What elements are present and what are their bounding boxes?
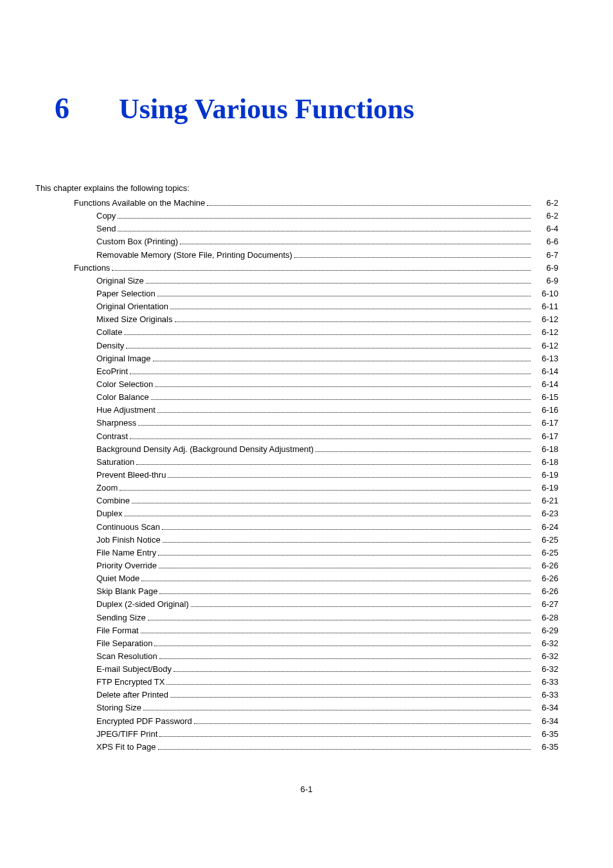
toc-entry[interactable]: Combine6-21 [55,494,558,507]
toc-entry-label: Job Finish Notice [96,534,161,547]
toc-entry[interactable]: E-mail Subject/Body6-32 [55,663,558,676]
toc-entry-page: 6-15 [533,391,558,404]
toc-entry-label: Sending Size [96,611,146,624]
toc-entry[interactable]: Background Density Adj. (Background Dens… [55,443,558,456]
document-page: 6 Using Various Functions This chapter e… [0,0,613,833]
toc-entry-page: 6-24 [533,521,558,534]
toc-entry[interactable]: Color Selection6-14 [55,378,558,391]
toc-entry-page: 6-9 [533,275,558,287]
toc-entry-label: File Format [96,624,139,637]
toc-entry[interactable]: Original Image6-13 [55,352,558,365]
toc-entry[interactable]: Contrast6-17 [55,430,558,443]
toc-leader-dots [154,646,531,646]
toc-entry-label: Prevent Bleed-thru [96,469,166,482]
toc-entry-page: 6-21 [533,494,558,507]
toc-entry[interactable]: Prevent Bleed-thru6-19 [55,469,558,482]
toc-entry[interactable]: XPS Fit to Page6-35 [55,741,558,754]
toc-entry[interactable]: EcoPrint6-14 [55,365,558,378]
toc-leader-dots [159,568,531,568]
toc-entry[interactable]: Functions Available on the Machine6-2 [55,197,558,210]
toc-leader-dots [120,490,531,491]
toc-entry-page: 6-2 [533,197,558,210]
toc-entry[interactable]: Mixed Size Originals6-12 [55,313,558,326]
toc-entry[interactable]: Color Balance6-15 [55,391,558,404]
toc-entry-label: E-mail Subject/Body [96,663,172,676]
toc-entry[interactable]: Storing Size6-34 [55,701,558,714]
toc-leader-dots [124,334,531,335]
toc-leader-dots [157,412,531,413]
toc-entry[interactable]: File Name Entry6-25 [55,547,558,559]
toc-leader-dots [146,283,531,284]
toc-entry-page: 6-12 [533,326,558,339]
toc-entry-label: FTP Encrypted TX [96,676,164,689]
toc-entry[interactable]: Continuous Scan6-24 [55,521,558,534]
toc-entry[interactable]: FTP Encrypted TX6-33 [55,676,558,689]
toc-entry[interactable]: Priority Override6-26 [55,559,558,572]
toc-entry-page: 6-7 [533,249,558,262]
toc-entry-page: 6-23 [533,507,558,520]
toc-entry[interactable]: Custom Box (Printing)6-6 [55,235,558,248]
toc-entry[interactable]: Scan Resolution6-32 [55,650,558,663]
toc-entry[interactable]: Original Size6-9 [55,275,558,287]
toc-entry[interactable]: File Format6-29 [55,624,558,637]
toc-entry[interactable]: Sending Size6-28 [55,611,558,624]
toc-entry-page: 6-34 [533,701,558,714]
toc-entry-page: 6-34 [533,715,558,728]
toc-entry[interactable]: Copy6-2 [55,210,558,222]
toc-entry-label: Delete after Printed [96,689,168,701]
toc-entry[interactable]: Encrypted PDF Password6-34 [55,715,558,728]
toc-leader-dots [163,542,531,543]
toc-leader-dots [207,205,531,206]
toc-entry-page: 6-2 [533,210,558,222]
toc-entry[interactable]: Duplex (2-sided Original)6-27 [55,598,558,611]
toc-entry[interactable]: Density6-12 [55,339,558,352]
toc-entry-label: Encrypted PDF Password [96,715,192,728]
chapter-number: 6 [55,91,119,125]
toc-leader-dots [159,736,531,737]
toc-leader-dots [194,723,531,724]
toc-entry-label: Functions [74,262,110,275]
toc-entry-label: Contrast [96,430,128,443]
toc-entry[interactable]: Sharpness6-17 [55,417,558,429]
toc-entry-page: 6-28 [533,611,558,624]
toc-entry-page: 6-32 [533,637,558,650]
toc-entry[interactable]: Job Finish Notice6-25 [55,534,558,547]
toc-entry[interactable]: JPEG/TIFF Print6-35 [55,728,558,741]
toc-entry[interactable]: Paper Selection6-10 [55,287,558,300]
chapter-title: Using Various Functions [119,93,414,125]
toc-entry[interactable]: Skip Blank Page6-26 [55,585,558,598]
toc-leader-dots [148,620,531,620]
toc-entry-page: 6-14 [533,378,558,391]
toc-entry-page: 6-10 [533,287,558,300]
page-number: 6-1 [55,784,558,794]
toc-entry[interactable]: Zoom6-19 [55,482,558,494]
toc-entry[interactable]: Removable Memory (Store File, Printing D… [55,249,558,262]
toc-leader-dots [130,374,531,374]
toc-leader-dots [130,439,531,439]
toc-entry-page: 6-19 [533,469,558,482]
toc-entry-page: 6-32 [533,650,558,663]
toc-entry[interactable]: Send6-4 [55,222,558,235]
toc-entry-label: Removable Memory (Store File, Printing D… [96,249,292,262]
toc-entry[interactable]: Original Orientation6-11 [55,300,558,313]
toc-entry-label: Scan Resolution [96,650,157,663]
toc-entry[interactable]: Quiet Mode6-26 [55,572,558,585]
toc-entry-page: 6-33 [533,676,558,689]
toc-entry[interactable]: File Separation6-32 [55,637,558,650]
toc-entry-page: 6-17 [533,417,558,429]
toc-leader-dots [173,671,531,672]
toc-entry[interactable]: Duplex6-23 [55,507,558,520]
toc-entry-label: Custom Box (Printing) [96,235,178,248]
toc-entry[interactable]: Saturation6-18 [55,456,558,469]
toc-leader-dots [159,593,531,594]
toc-entry-label: Hue Adjustment [96,404,155,417]
toc-entry[interactable]: Functions6-9 [55,262,558,275]
toc-entry-page: 6-26 [533,585,558,598]
toc-entry-label: Color Selection [96,378,153,391]
toc-entry[interactable]: Delete after Printed6-33 [55,689,558,701]
toc-entry[interactable]: Hue Adjustment6-16 [55,404,558,417]
toc-entry[interactable]: Collate6-12 [55,326,558,339]
toc-entry-label: Copy [96,210,116,222]
toc-entry-label: Saturation [96,456,134,469]
toc-entry-label: Paper Selection [96,287,155,300]
